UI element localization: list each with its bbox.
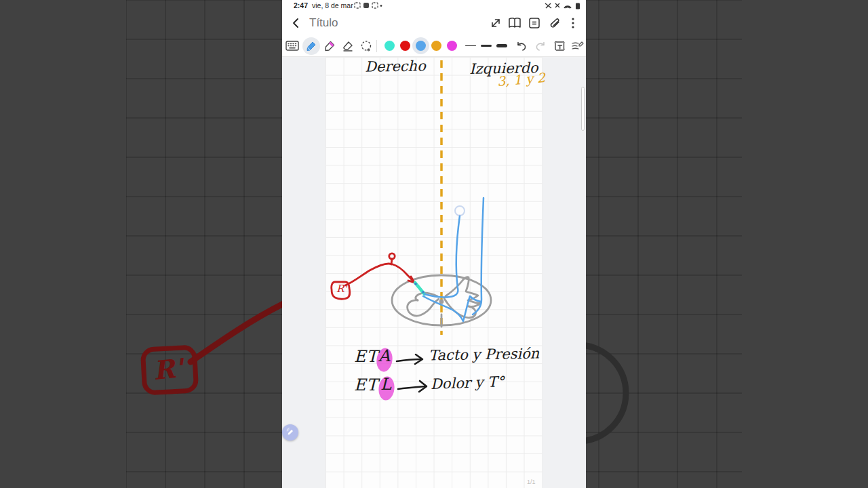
keyboard-tool[interactable] [283,37,301,55]
page-indicator: 1/1 [527,479,536,485]
legend-arrows [397,354,427,392]
legend1-prefix: ET [354,347,378,366]
stroke-width-thick[interactable] [496,44,507,48]
clock: 2:47 [294,1,308,9]
undo-button[interactable] [513,37,530,55]
legend1-text: Tacto y Presión [429,346,540,364]
legend2-text: Dolor y T° [431,373,505,392]
eraser-tool[interactable] [339,37,357,55]
color-swatch-orange[interactable] [431,41,441,51]
more-menu-icon[interactable] [566,16,580,30]
color-swatch-cyan[interactable] [384,41,395,51]
drawing-toolbar [282,35,586,57]
title-bar: Título [282,11,586,35]
convert-to-text-tool[interactable] [551,37,568,55]
floating-pen-button[interactable] [282,424,298,441]
status-date: vie, 8 de mar [312,1,353,9]
back-button[interactable] [290,17,302,29]
central-canal-dot [439,300,444,304]
redo-button[interactable] [532,37,549,55]
system-status-icons [544,2,582,9]
wifi-icon [564,6,571,8]
straighten-handwriting-tool[interactable] [569,37,587,55]
legend2-prefix: ET [354,375,378,394]
mute-icon [555,3,559,7]
synapse-dot [422,291,425,293]
receptor-label: R' [336,283,347,295]
color-swatch-red[interactable] [400,41,410,51]
page-template-icon[interactable] [527,16,542,30]
attachment-icon[interactable] [547,16,562,30]
legend2-highlighted-letter: L [380,375,392,394]
highlighter-tool[interactable] [321,37,338,55]
background-circle [586,0,868,488]
status-bar: 2:47 vie, 8 de mar [282,0,586,11]
background-receptor-label: R' [152,352,184,386]
color-swatch-blue-selected[interactable] [416,41,426,51]
expand-icon[interactable] [488,16,503,30]
color-swatch-magenta[interactable] [447,41,457,51]
synapse-dot [414,283,417,285]
battery-icon [576,3,580,9]
background-right [586,0,868,488]
background-left: R' [0,0,282,488]
legend1-highlighted-letter: A [378,346,391,365]
pen-icon [285,427,296,438]
ink-drawing [282,57,586,488]
stroke-width-medium[interactable] [481,45,492,47]
canvas-scrollbar[interactable] [581,87,585,131]
note-title[interactable]: Título [309,16,338,30]
phone-screen: 2:47 vie, 8 de mar Título [282,0,586,488]
notification-icons [354,2,382,9]
note-canvas[interactable]: Derecho Izquierdo 3, 1 y 2 R' ET A Tacto… [282,57,586,488]
stroke-width-thin[interactable] [465,45,476,47]
heading-derecho: Derecho [365,58,426,75]
toolbar-divider [376,40,377,52]
background-strokes [0,0,282,488]
pen-tool[interactable] [302,37,320,55]
reader-view-icon[interactable] [507,16,522,30]
lasso-select-tool[interactable] [357,37,375,55]
